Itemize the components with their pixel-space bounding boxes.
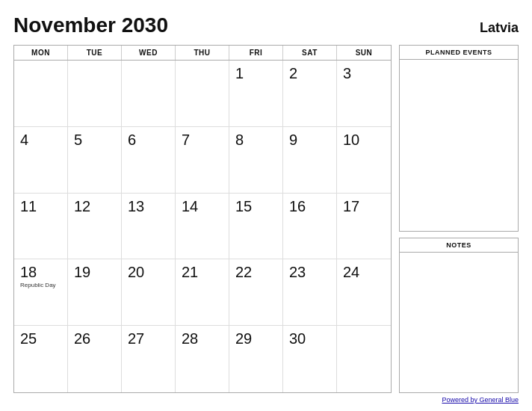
- cell-date: 15: [235, 198, 276, 214]
- day-header-thu: THU: [176, 46, 229, 60]
- cal-cell: 30: [283, 326, 337, 392]
- cell-date: 16: [289, 198, 330, 214]
- cell-date: 5: [74, 132, 115, 148]
- notes-label: NOTES: [400, 238, 518, 253]
- cell-date: 29: [235, 330, 276, 347]
- cell-date: 30: [289, 330, 330, 347]
- cal-cell: 5: [68, 127, 122, 194]
- cal-cell: 4: [14, 127, 68, 194]
- cal-cell: [176, 61, 229, 127]
- planned-events-body: [400, 60, 518, 231]
- powered-by-link[interactable]: Powered by General Blue: [442, 396, 519, 404]
- cell-event: Republic Day: [20, 282, 61, 289]
- day-header-sun: SUN: [337, 46, 391, 60]
- cal-cell: [14, 61, 68, 127]
- cal-cell: [122, 61, 176, 127]
- cal-cell: 15: [229, 194, 283, 260]
- cell-date: 20: [128, 264, 169, 280]
- cell-date: 23: [289, 264, 330, 280]
- cal-cell: 22: [229, 259, 283, 326]
- calendar-section: MONTUEWEDTHUFRISATSUN 123456789101112131…: [13, 45, 392, 393]
- cal-cell: 24: [337, 259, 391, 326]
- cell-date: 3: [343, 65, 385, 81]
- cal-cell: 27: [122, 326, 176, 392]
- main-content: MONTUEWEDTHUFRISATSUN 123456789101112131…: [13, 45, 519, 393]
- cal-cell: 2: [283, 61, 337, 127]
- cell-date: 6: [128, 132, 169, 148]
- cell-date: 27: [128, 330, 169, 347]
- day-header-wed: WED: [122, 46, 176, 60]
- cal-cell: 10: [337, 127, 391, 194]
- cal-cell: 11: [14, 194, 68, 260]
- cal-cell: 14: [176, 194, 229, 260]
- cell-date: 12: [74, 198, 115, 214]
- cal-cell: 29: [229, 326, 283, 392]
- cell-date: 22: [235, 264, 276, 280]
- cell-date: 26: [74, 330, 115, 347]
- cal-cell: 8: [229, 127, 283, 194]
- cell-date: 13: [128, 198, 169, 214]
- sidebar: PLANNED EVENTS NOTES: [399, 45, 519, 393]
- cell-date: 2: [289, 65, 330, 81]
- month-title: November 2030: [13, 13, 168, 37]
- cal-cell: 25: [14, 326, 68, 392]
- cell-date: 14: [182, 198, 223, 214]
- cal-cell: 16: [283, 194, 337, 260]
- country-title: Latvia: [480, 20, 519, 36]
- cell-date: 7: [182, 132, 223, 148]
- notes-body: [400, 253, 518, 392]
- calendar-grid: 123456789101112131415161718Republic Day1…: [14, 61, 391, 392]
- cal-cell: 19: [68, 259, 122, 326]
- cell-date: 9: [289, 132, 330, 148]
- cell-date: 11: [20, 198, 61, 214]
- cal-cell: 12: [68, 194, 122, 260]
- cal-cell: 6: [122, 127, 176, 194]
- cal-cell: 26: [68, 326, 122, 392]
- cal-cell: 1: [229, 61, 283, 127]
- cal-cell: 18Republic Day: [14, 259, 68, 326]
- cal-cell: 20: [122, 259, 176, 326]
- cell-date: 21: [182, 264, 223, 280]
- cell-date: 17: [343, 198, 385, 214]
- notes-box: NOTES: [399, 238, 519, 393]
- planned-events-label: PLANNED EVENTS: [400, 46, 518, 60]
- cell-date: 1: [235, 65, 276, 81]
- cell-date: 18: [20, 264, 61, 280]
- cell-date: 25: [20, 330, 61, 347]
- planned-events-box: PLANNED EVENTS: [399, 45, 519, 232]
- day-header-mon: MON: [14, 46, 68, 60]
- cal-cell: [68, 61, 122, 127]
- cell-date: 24: [343, 264, 385, 280]
- header-row: November 2030 Latvia: [13, 13, 519, 37]
- footer: Powered by General Blue: [13, 396, 519, 404]
- day-header-fri: FRI: [229, 46, 283, 60]
- day-headers: MONTUEWEDTHUFRISATSUN: [14, 46, 391, 61]
- cell-date: 10: [343, 132, 385, 148]
- cal-cell: 28: [176, 326, 229, 392]
- cell-date: 19: [74, 264, 115, 280]
- cal-cell: 7: [176, 127, 229, 194]
- cal-cell: 17: [337, 194, 391, 260]
- cell-date: 28: [182, 330, 223, 347]
- cell-date: 8: [235, 132, 276, 148]
- cal-cell: 21: [176, 259, 229, 326]
- cal-cell: 13: [122, 194, 176, 260]
- day-header-tue: TUE: [68, 46, 122, 60]
- cal-cell: 23: [283, 259, 337, 326]
- day-header-sat: SAT: [283, 46, 337, 60]
- cal-cell: 9: [283, 127, 337, 194]
- cell-date: 4: [20, 132, 61, 148]
- cal-cell: 3: [337, 61, 391, 127]
- cal-cell: [337, 326, 391, 392]
- page: November 2030 Latvia MONTUEWEDTHUFRISATS…: [0, 0, 532, 411]
